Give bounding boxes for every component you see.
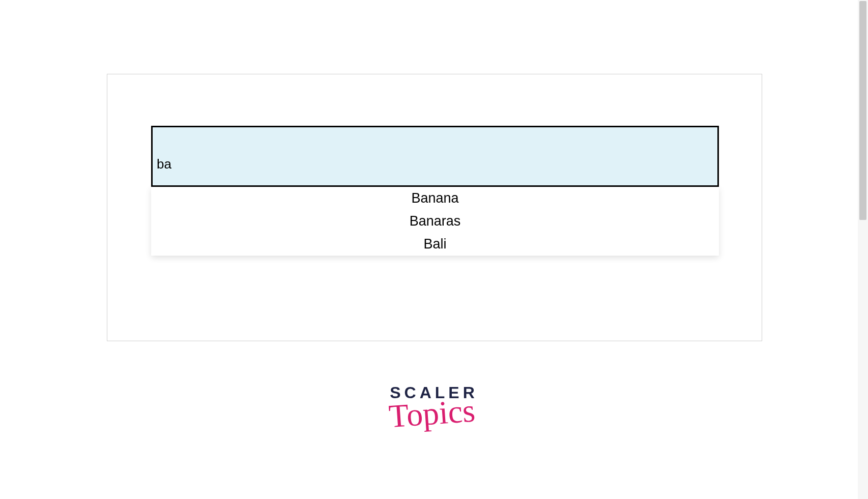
logo-text-topics: Topics xyxy=(387,396,477,431)
suggestion-item[interactable]: Banaras xyxy=(151,210,719,233)
suggestion-item[interactable]: Banana xyxy=(151,187,719,210)
search-input[interactable] xyxy=(151,126,719,187)
demo-panel: Banana Banaras Bali xyxy=(107,74,762,341)
suggestion-item[interactable]: Bali xyxy=(151,233,719,256)
scaler-topics-logo: SCALER Topics xyxy=(390,384,478,428)
autocomplete-wrapper: Banana Banaras Bali xyxy=(151,126,719,256)
suggestion-dropdown: Banana Banaras Bali xyxy=(151,187,719,256)
scrollbar-thumb[interactable] xyxy=(859,1,866,220)
vertical-scrollbar[interactable] xyxy=(858,0,868,499)
